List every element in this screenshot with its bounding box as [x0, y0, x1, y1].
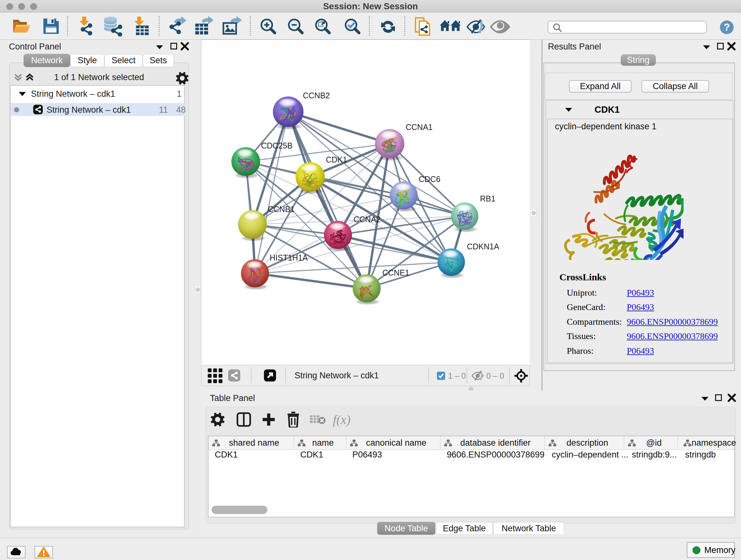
svg-text:CCNB1: CCNB1: [268, 205, 295, 213]
svg-text:HIST1H1A: HIST1H1A: [270, 253, 308, 262]
svg-text:RB1: RB1: [480, 194, 495, 203]
svg-text:CCNB2: CCNB2: [303, 91, 330, 100]
svg-text:CCNE1: CCNE1: [382, 268, 409, 277]
svg-text:CDC6: CDC6: [419, 175, 441, 184]
svg-text:CCNA1: CCNA1: [406, 123, 433, 132]
svg-text:CCNA2: CCNA2: [354, 215, 381, 224]
svg-text:?: ?: [724, 21, 730, 33]
svg-text:CDK1: CDK1: [326, 155, 347, 164]
svg-text:CDKN1A: CDKN1A: [467, 242, 499, 251]
svg-text:CDC25B: CDC25B: [261, 141, 293, 150]
